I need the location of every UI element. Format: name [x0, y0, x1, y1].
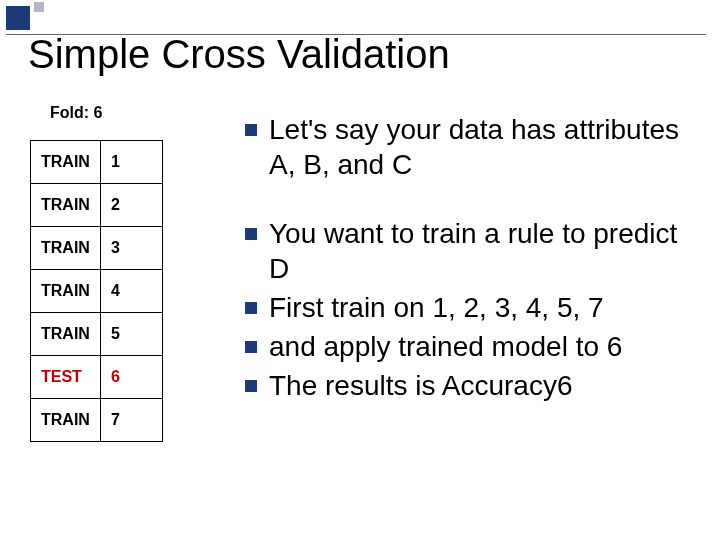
- row-label: TRAIN: [31, 399, 101, 442]
- bullet-item: and apply trained model to 6: [245, 329, 695, 364]
- row-label: TRAIN: [31, 141, 101, 184]
- row-number: 3: [100, 227, 162, 270]
- slide-title: Simple Cross Validation: [28, 32, 450, 77]
- fold-label: Fold: 6: [50, 104, 102, 122]
- bullet-square-icon: [245, 124, 257, 136]
- bullet-item: First train on 1, 2, 3, 4, 5, 7: [245, 290, 695, 325]
- row-number: 5: [100, 313, 162, 356]
- row-number: 1: [100, 141, 162, 184]
- row-label: TRAIN: [31, 227, 101, 270]
- bullet-item: The results is Accuracy6: [245, 368, 695, 403]
- table-row: TEST6: [31, 356, 163, 399]
- table-row: TRAIN1: [31, 141, 163, 184]
- bullet-text: and apply trained model to 6: [269, 329, 622, 364]
- table-row: TRAIN4: [31, 270, 163, 313]
- table-row: TRAIN7: [31, 399, 163, 442]
- bullet-square-icon: [245, 228, 257, 240]
- row-label: TRAIN: [31, 313, 101, 356]
- bullet-gap: [245, 186, 695, 216]
- row-label: TRAIN: [31, 270, 101, 313]
- fold-table: TRAIN1TRAIN2TRAIN3TRAIN4TRAIN5TEST6TRAIN…: [30, 140, 163, 442]
- bullet-square-icon: [245, 380, 257, 392]
- row-number: 6: [100, 356, 162, 399]
- bullet-text: You want to train a rule to predict D: [269, 216, 695, 286]
- bullet-square-icon: [245, 341, 257, 353]
- row-label: TEST: [31, 356, 101, 399]
- bullet-item: You want to train a rule to predict D: [245, 216, 695, 286]
- row-number: 4: [100, 270, 162, 313]
- table-row: TRAIN5: [31, 313, 163, 356]
- decor-small-square: [34, 2, 44, 12]
- row-number: 2: [100, 184, 162, 227]
- bullet-text: First train on 1, 2, 3, 4, 5, 7: [269, 290, 604, 325]
- bullet-item: Let's say your data has attributes A, B,…: [245, 112, 695, 182]
- bullet-square-icon: [245, 302, 257, 314]
- table-row: TRAIN2: [31, 184, 163, 227]
- bullet-text: The results is Accuracy6: [269, 368, 572, 403]
- row-label: TRAIN: [31, 184, 101, 227]
- bullet-text: Let's say your data has attributes A, B,…: [269, 112, 695, 182]
- bullet-list: Let's say your data has attributes A, B,…: [245, 112, 695, 407]
- row-number: 7: [100, 399, 162, 442]
- decor-big-square: [6, 6, 30, 30]
- table-row: TRAIN3: [31, 227, 163, 270]
